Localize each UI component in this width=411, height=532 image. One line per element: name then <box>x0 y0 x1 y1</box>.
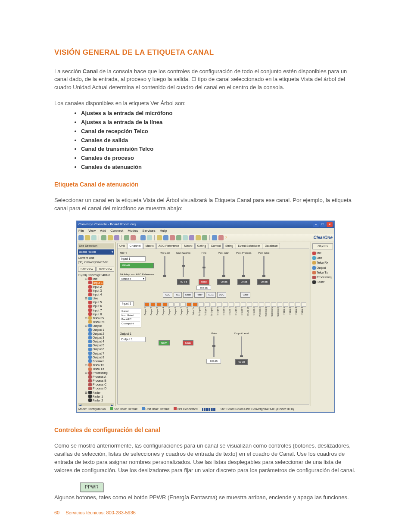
matrix-cell[interactable] <box>193 302 198 307</box>
tree-processing-group[interactable]: ⊟ Processing <box>78 371 114 375</box>
toolbar-icon[interactable] <box>170 235 175 240</box>
object-fader[interactable]: Fader <box>312 280 333 284</box>
tree-fader2[interactable]: Fader 2 <box>78 398 114 402</box>
object-line[interactable]: Line <box>312 256 333 260</box>
output-name-field[interactable]: Output 1 <box>120 337 146 342</box>
tab-gating[interactable]: Gating <box>195 243 209 249</box>
ppwr-example-button[interactable]: PPWR <box>80 482 103 492</box>
db-value-field[interactable]: 0.0 dB <box>196 286 211 290</box>
tree-telcorx-group[interactable]: ⊟ Telco Rx <box>78 316 114 320</box>
tree-process-b[interactable]: Process B <box>78 379 114 383</box>
matrix-cell[interactable] <box>271 302 276 307</box>
post-gate-slider[interactable]: Post Gate -00 dB <box>257 251 270 284</box>
tree-telcorx[interactable]: Telco RX <box>78 320 114 324</box>
toolbar-icon[interactable] <box>163 235 168 240</box>
toolbar-icon[interactable] <box>78 235 84 240</box>
menu-help[interactable]: Help <box>160 228 167 233</box>
tree-output1[interactable]: Output 1 <box>78 328 114 332</box>
mute-button[interactable]: Mute <box>199 279 209 285</box>
tree-telcotx[interactable]: Telco TX <box>78 367 114 371</box>
pre-gain-slider[interactable]: Pre Gain <box>160 251 170 278</box>
db-button[interactable]: -00 dB <box>177 279 190 285</box>
tab-database[interactable]: Database <box>263 243 280 249</box>
tree-mic-group[interactable]: ⊟ Mic <box>78 277 114 281</box>
post-gain-slider[interactable]: Post Gain -00 dB <box>217 251 230 284</box>
tab-control[interactable]: Control <box>209 243 223 249</box>
matrix-cell[interactable] <box>283 302 288 307</box>
matrix-cell[interactable] <box>181 302 186 307</box>
object-output[interactable]: Output <box>312 266 333 270</box>
matrix-cell[interactable] <box>247 302 252 307</box>
matrix-cell[interactable] <box>217 302 222 307</box>
tree-input4[interactable]: Input 4 <box>78 292 114 296</box>
tree-output8[interactable]: Output 8 <box>78 355 114 359</box>
maximize-icon[interactable]: □ <box>320 222 326 227</box>
tree-output6[interactable]: Output 6 <box>78 347 114 351</box>
matrix-cell[interactable] <box>265 302 270 307</box>
tree-view-button[interactable]: Tree View <box>97 267 114 272</box>
toolbar-icon[interactable] <box>124 235 129 240</box>
input-name-field[interactable]: Input 1 <box>120 256 146 261</box>
tree-output2[interactable]: Output 2 <box>78 332 114 336</box>
fine-slider[interactable]: Fine Mute 0.0 dB <box>196 251 211 290</box>
output-level-slider[interactable]: Output Level -00 dB <box>234 332 249 365</box>
tree-input7[interactable]: Input 7 <box>78 308 114 312</box>
tree-input3[interactable]: Input 3 <box>78 289 114 292</box>
tab-string[interactable]: String <box>223 243 235 249</box>
toolbar-icon[interactable] <box>218 235 224 240</box>
db-button[interactable]: -00 dB <box>237 279 250 285</box>
gate-option-list[interactable]: Gated Non Gated Pre AEC Crosspoint <box>120 308 141 327</box>
tab-channel[interactable]: Channel <box>128 243 143 249</box>
close-icon[interactable]: × <box>327 222 333 227</box>
tree-process-a[interactable]: Process A <box>78 375 114 379</box>
output-gain-slider[interactable]: Gain 0.0 dB <box>206 332 221 364</box>
matrix-cell[interactable] <box>187 302 192 307</box>
toolbar-icon[interactable] <box>131 235 136 240</box>
ppwr-button[interactable]: PPWR <box>120 263 154 268</box>
tree-process-c[interactable]: Process C <box>78 383 114 386</box>
matrix-cell[interactable] <box>156 302 162 307</box>
filter-button[interactable]: Filter <box>194 292 204 298</box>
gate-button[interactable]: Gate <box>240 292 250 298</box>
mute-button[interactable]: Mute <box>183 292 193 298</box>
matrix-cell[interactable] <box>199 302 204 307</box>
matrix-cell[interactable] <box>229 302 234 307</box>
tree-input1[interactable]: Input 1 <box>78 281 114 285</box>
tree-process-d[interactable]: Process D <box>78 386 114 390</box>
tree-input8[interactable]: Input 8 <box>78 312 114 316</box>
matrix-cell[interactable] <box>235 302 240 307</box>
matrix-grid[interactable]: Output 1 Output 2 Output 3 Output 4 Outp… <box>144 302 307 317</box>
help-icon[interactable]: ? <box>225 235 227 240</box>
gate-option[interactable]: Crosspoint <box>121 322 140 326</box>
db-button[interactable]: -00 dB <box>217 279 230 285</box>
object-mic[interactable]: Mic <box>312 251 333 255</box>
tree-input2[interactable]: Input 2 <box>78 285 114 289</box>
toolbar-icon[interactable] <box>202 235 207 240</box>
toolbar-icon[interactable] <box>101 235 106 240</box>
menu-file[interactable]: File <box>78 228 84 233</box>
matrix-cell[interactable] <box>162 302 168 307</box>
toolbar-icon[interactable] <box>157 235 162 240</box>
toolbar-icon[interactable] <box>196 235 201 240</box>
matrix-cell[interactable] <box>205 302 210 307</box>
toolbar-icon[interactable] <box>212 235 217 240</box>
matrix-cell[interactable] <box>277 302 282 307</box>
matrix-cell[interactable] <box>223 302 228 307</box>
site-select[interactable]: Board Room▾ <box>78 249 114 255</box>
tree-fader-group[interactable]: ⊟ Fader <box>78 391 114 395</box>
matrix-cell[interactable] <box>301 302 306 307</box>
tree-output5[interactable]: Output 5 <box>78 343 114 347</box>
tree-speaker[interactable]: Speaker <box>78 359 114 363</box>
tab-matrix[interactable]: Matrix <box>143 243 156 249</box>
agc-button[interactable]: AGC <box>206 292 216 298</box>
alc-button[interactable]: ALC <box>217 292 227 298</box>
pa-ref-select[interactable]: Output 8▾ <box>120 277 146 281</box>
post-process-slider[interactable]: Post Process -00 dB <box>236 251 251 284</box>
tree-output3[interactable]: Output 3 <box>78 336 114 339</box>
matrix-cell[interactable] <box>259 302 264 307</box>
tree-fader1[interactable]: Fader 1 <box>78 395 114 398</box>
tree-scroll-bar[interactable]: ◀▶ <box>78 403 114 406</box>
tab-event-scheduler[interactable]: Event Scheduler <box>236 243 262 249</box>
db-button[interactable]: -00 dB <box>235 359 248 365</box>
db-value-field[interactable]: 0.0 dB <box>206 359 221 364</box>
